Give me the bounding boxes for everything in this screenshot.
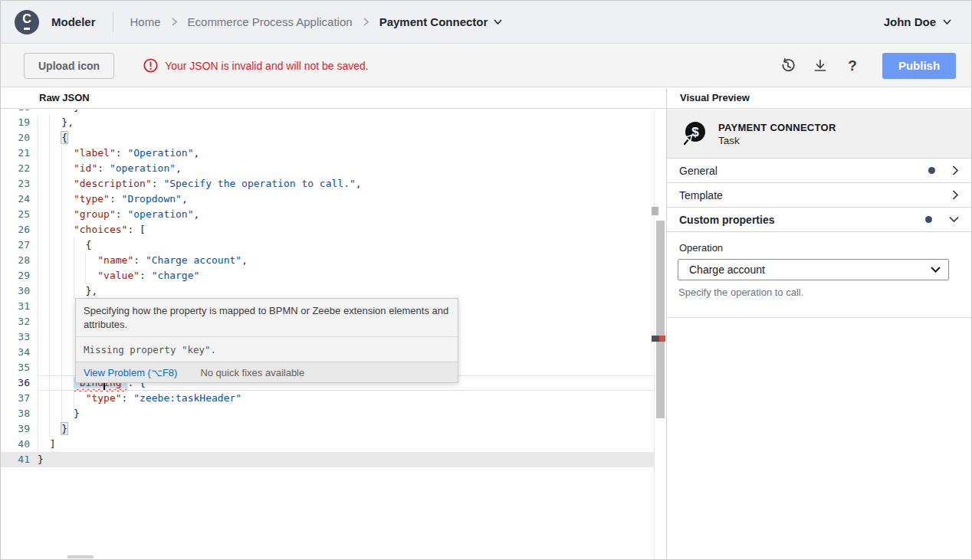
operation-select[interactable]: Charge account (678, 259, 949, 280)
section-custom-properties[interactable]: Custom properties (667, 208, 971, 232)
chevron-right-icon (952, 165, 959, 175)
line-number: 28 (1, 253, 38, 268)
line-number: 21 (1, 146, 38, 161)
line-number: 39 (1, 421, 38, 437)
operation-field-help: Specify the operation to call. (678, 287, 959, 298)
top-navigation-bar: C Modeler Home Ecommerce Process Applica… (1, 1, 971, 44)
line-number: 26 (1, 222, 38, 237)
overview-ruler-decoration (652, 207, 658, 215)
divider (113, 12, 113, 32)
publish-button[interactable]: Publish (882, 53, 956, 79)
indent-guide (61, 146, 62, 421)
breadcrumb: Home Ecommerce Process Application Payme… (130, 15, 503, 28)
code-line-30[interactable]: 30 }, (1, 283, 654, 299)
code-line-40[interactable]: 40 ] (1, 437, 654, 452)
line-number: 25 (1, 207, 38, 222)
code-line-22[interactable]: 22 "id": "operation", (1, 161, 654, 176)
indent-guide (74, 237, 74, 299)
line-number: 30 (1, 283, 38, 299)
code-text: "choices": [ (38, 222, 146, 237)
operation-select-value: Charge account (689, 264, 765, 276)
history-button[interactable] (775, 53, 801, 79)
code-text: "description": "Specify the operation to… (38, 176, 362, 192)
section-general[interactable]: General (667, 159, 971, 183)
section-label: Custom properties (679, 214, 774, 226)
chevron-down-icon (949, 216, 959, 223)
code-line-39[interactable]: 39 } (1, 421, 654, 437)
indent-guide (38, 115, 38, 452)
user-menu[interactable]: John Doe (884, 15, 951, 28)
breadcrumb-home[interactable]: Home (130, 15, 161, 28)
vertical-scrollbar[interactable] (656, 221, 665, 418)
code-line-38[interactable]: 38 } (1, 406, 654, 421)
line-number: 22 (1, 161, 38, 176)
edited-dot-indicator (928, 167, 935, 174)
operation-field-label: Operation (679, 242, 959, 254)
toolbar: Upload icon Your JSON is invalid and wil… (1, 44, 971, 87)
custom-properties-content: Operation Charge account Specify the ope… (667, 232, 971, 298)
json-code-editor[interactable]: 18 }19 },20 {21 "label": "Operation",22 … (1, 110, 666, 559)
code-line-25[interactable]: 25 "group": "operation", (1, 207, 654, 222)
element-header: $ PAYMENT CONNECTOR Task (667, 110, 971, 159)
chevron-right-icon (952, 190, 959, 200)
panel-headers: Raw JSON Visual Preview (1, 88, 971, 109)
indent-guide (85, 253, 86, 283)
section-template[interactable]: Template (667, 183, 971, 208)
breadcrumb-current[interactable]: Payment Connector (379, 15, 503, 28)
code-line-26[interactable]: 26 "choices": [ (1, 222, 654, 237)
download-icon (812, 57, 829, 74)
code-line-37[interactable]: 37 "type": "zeebe:taskHeader" (1, 391, 654, 406)
visual-preview-panel-title: Visual Preview (680, 88, 750, 108)
modeler-app: C Modeler Home Ecommerce Process Applica… (0, 0, 972, 560)
tooltip-actions: View Problem (⌥F8) No quick fixes availa… (76, 362, 458, 382)
code-text: "id": "operation", (38, 161, 182, 176)
breadcrumb-project[interactable]: Ecommerce Process Application (188, 15, 353, 28)
chevron-right-icon (363, 18, 369, 26)
chevron-right-icon (172, 18, 177, 26)
horizontal-scrollbar[interactable] (67, 555, 94, 558)
property-sections: GeneralTemplateCustom properties (667, 159, 971, 232)
camunda-logo-icon[interactable]: C (15, 10, 39, 34)
hover-tooltip: Specifying how the property is mapped to… (75, 298, 458, 383)
tooltip-error-message: Missing property "key". (76, 337, 458, 362)
line-number: 40 (1, 437, 38, 452)
line-number: 36 (1, 375, 38, 391)
line-number: 20 (1, 130, 38, 146)
code-text: }, (38, 115, 74, 130)
line-number: 23 (1, 176, 38, 192)
code-line-20[interactable]: 20 { (1, 130, 654, 146)
line-number: 38 (1, 406, 38, 421)
code-text: { (38, 130, 67, 146)
line-number: 29 (1, 268, 38, 283)
code-line-23[interactable]: 23 "description": "Specify the operation… (1, 176, 654, 192)
code-text: "type": "zeebe:taskHeader" (38, 391, 241, 406)
code-text: "name": "Charge account", (38, 253, 248, 268)
chevron-down-icon (943, 19, 951, 25)
error-icon (143, 58, 158, 73)
code-line-19[interactable]: 19 }, (1, 115, 654, 130)
indent-guide (74, 391, 74, 421)
code-text: }, (38, 283, 97, 299)
help-button[interactable]: ? (839, 53, 865, 79)
user-name: John Doe (884, 15, 936, 28)
app-name: Modeler (51, 15, 96, 28)
view-problem-link[interactable]: View Problem (⌥F8) (84, 367, 177, 378)
upload-icon-button[interactable]: Upload icon (24, 53, 114, 79)
code-line-29[interactable]: 29 "value": "charge" (1, 268, 654, 283)
section-label: General (679, 165, 718, 177)
line-number: 19 (1, 115, 38, 130)
code-line-28[interactable]: 28 "name": "Charge account", (1, 253, 654, 268)
code-line-41[interactable]: 41} (1, 452, 654, 467)
visual-preview-panel: $ PAYMENT CONNECTOR Task GeneralTemplate… (667, 110, 971, 559)
code-line-18[interactable]: 18 } (1, 110, 654, 115)
code-line-27[interactable]: 27 { (1, 237, 654, 253)
line-number: 41 (1, 452, 38, 467)
element-subtitle: Task (718, 135, 836, 146)
raw-json-panel-title: Raw JSON (39, 88, 90, 108)
code-text: } (38, 452, 44, 467)
code-line-21[interactable]: 21 "label": "Operation", (1, 146, 654, 161)
edited-dot-indicator (925, 216, 932, 223)
download-button[interactable] (807, 53, 833, 79)
code-line-24[interactable]: 24 "type": "Dropdown", (1, 192, 654, 207)
line-number: 18 (1, 110, 38, 115)
